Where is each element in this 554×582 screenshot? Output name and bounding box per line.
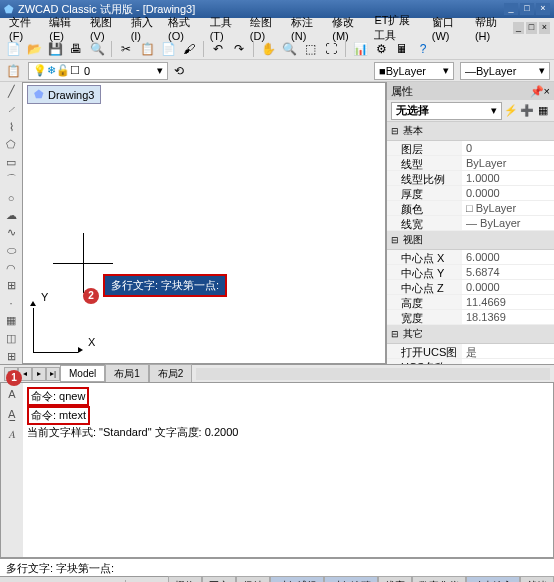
revcloud-icon[interactable]: ☁	[2, 207, 20, 223]
prop-group[interactable]: 其它	[387, 325, 554, 344]
prop-value[interactable]: 1.0000	[462, 171, 554, 185]
paste-icon[interactable]: 📄	[159, 40, 177, 58]
undo-icon[interactable]: ↶	[209, 40, 227, 58]
status-polar[interactable]: 极轴	[236, 576, 270, 583]
prop-row[interactable]: 高度11.4669	[387, 295, 554, 310]
xline-icon[interactable]: ⟋	[2, 102, 20, 118]
prop-row[interactable]: 打开UCS图标是	[387, 344, 554, 359]
spline-icon[interactable]: ∿	[2, 225, 20, 241]
command-input[interactable]: 多行文字: 字块第一点:	[0, 558, 554, 576]
status-osnap[interactable]: 对象捕捉	[270, 576, 324, 583]
status-grid[interactable]: 栅格	[168, 576, 202, 583]
tab-last-button[interactable]: ▸|	[46, 367, 60, 381]
prop-value[interactable]: 0	[462, 141, 554, 155]
layer-prev-icon[interactable]: ⟲	[170, 62, 188, 80]
prop-group[interactable]: 视图	[387, 231, 554, 250]
prop-row[interactable]: 厚度0.0000	[387, 186, 554, 201]
region-icon[interactable]: ◫	[2, 331, 20, 347]
prop-value[interactable]: 是	[462, 344, 554, 358]
ellipse-icon[interactable]: ⬭	[2, 243, 20, 259]
select-icon[interactable]: ▦	[536, 104, 550, 118]
status-tablet[interactable]: 数字化仪	[412, 576, 466, 583]
point-icon[interactable]: ·	[2, 296, 20, 312]
new-icon[interactable]: 📄	[4, 40, 22, 58]
table-icon[interactable]: ⊞	[2, 348, 20, 364]
prop-value[interactable]: 5.6874	[462, 265, 554, 279]
menu-help[interactable]: 帮助(H)	[470, 13, 509, 44]
prop-value[interactable]: 0.0000	[462, 186, 554, 200]
calc-icon[interactable]: 🖩	[393, 40, 411, 58]
polygon-icon[interactable]: ⬠	[2, 137, 20, 153]
prop-value[interactable]	[462, 359, 554, 364]
cut-icon[interactable]: ✂	[117, 40, 135, 58]
pickadd-icon[interactable]: ➕	[520, 104, 534, 118]
close-button[interactable]: ×	[536, 3, 550, 15]
prop-value[interactable]: — ByLayer	[462, 216, 554, 230]
maximize-button[interactable]: □	[520, 3, 534, 15]
prop-value[interactable]: ByLayer	[462, 156, 554, 170]
prop-row[interactable]: 图层0	[387, 141, 554, 156]
quickselect-icon[interactable]: ⚡	[504, 104, 518, 118]
prop-row[interactable]: UCS名称	[387, 359, 554, 364]
selection-combo[interactable]: 无选择▾	[391, 102, 502, 120]
status-lwt[interactable]: 线宽	[378, 576, 412, 583]
prop-row[interactable]: 中心点 X6.0000	[387, 250, 554, 265]
layer-select[interactable]: 💡❄🔓☐ 0 ▾	[28, 62, 168, 80]
redo-icon[interactable]: ↷	[230, 40, 248, 58]
pline-icon[interactable]: ⌇	[2, 119, 20, 135]
layer-prop-icon[interactable]: 📋	[4, 62, 22, 80]
prop-row[interactable]: 线型ByLayer	[387, 156, 554, 171]
tab-scrollbar[interactable]	[196, 368, 550, 380]
text-icon[interactable]: A	[3, 385, 21, 403]
tab-model[interactable]: Model	[60, 365, 105, 382]
help-icon[interactable]: ?	[414, 40, 432, 58]
color-select[interactable]: ■ByLayer▾	[374, 62, 454, 80]
copy-icon[interactable]: 📋	[138, 40, 156, 58]
props-pin-icon[interactable]: 📌	[530, 85, 544, 97]
prop-value[interactable]: 18.1369	[462, 310, 554, 324]
doc-tab[interactable]: ⬟ Drawing3	[27, 85, 101, 104]
status-ready[interactable]: 就绪	[520, 576, 554, 583]
open-icon[interactable]: 📂	[25, 40, 43, 58]
prop-value[interactable]: 0.0000	[462, 280, 554, 294]
block-icon[interactable]: ⊞	[2, 278, 20, 294]
line-icon[interactable]: ╱	[2, 84, 20, 100]
arc-icon[interactable]: ⌒	[2, 172, 20, 188]
style-icon[interactable]: 𝐴	[3, 425, 21, 443]
zoomwin-icon[interactable]: ⬚	[301, 40, 319, 58]
prop-row[interactable]: 颜色□ ByLayer	[387, 201, 554, 216]
circle-icon[interactable]: ○	[2, 190, 20, 206]
status-dyn[interactable]: 动态输入	[466, 576, 520, 583]
lineweight-select[interactable]: —ByLayer▾	[460, 62, 550, 80]
drawing-canvas[interactable]: ⬟ Drawing3 多行文字: 字块第一点: 2 Y X	[22, 82, 386, 364]
prop-value[interactable]: 11.4669	[462, 295, 554, 309]
pan-icon[interactable]: ✋	[259, 40, 277, 58]
prop-row[interactable]: 宽度18.1369	[387, 310, 554, 325]
props-icon[interactable]: 📊	[351, 40, 369, 58]
save-icon[interactable]: 💾	[46, 40, 64, 58]
tab-next-button[interactable]: ▸	[32, 367, 46, 381]
prop-row[interactable]: 线型比例1.0000	[387, 171, 554, 186]
props-close-icon[interactable]: ×	[544, 85, 550, 97]
zoom-icon[interactable]: 🔍	[280, 40, 298, 58]
prop-value[interactable]: □ ByLayer	[462, 201, 554, 215]
print-icon[interactable]: 🖶	[67, 40, 85, 58]
doc-close-button[interactable]: ×	[539, 22, 550, 34]
prop-row[interactable]: 中心点 Z0.0000	[387, 280, 554, 295]
prop-row[interactable]: 线宽— ByLayer	[387, 216, 554, 231]
rect-icon[interactable]: ▭	[2, 155, 20, 171]
prop-group[interactable]: 基本	[387, 122, 554, 141]
doc-min-button[interactable]: _	[513, 22, 524, 34]
ellipsearc-icon[interactable]: ◠	[2, 260, 20, 276]
prop-row[interactable]: 中心点 Y5.6874	[387, 265, 554, 280]
prop-value[interactable]: 6.0000	[462, 250, 554, 264]
doc-max-button[interactable]: □	[526, 22, 537, 34]
status-ortho[interactable]: 正交	[202, 576, 236, 583]
preview-icon[interactable]: 🔍	[88, 40, 106, 58]
tab-layout2[interactable]: 布局2	[149, 364, 193, 384]
design-icon[interactable]: ⚙	[372, 40, 390, 58]
tab-layout1[interactable]: 布局1	[105, 364, 149, 384]
menu-window[interactable]: 窗口(W)	[427, 13, 468, 44]
mtext-icon[interactable]: A̲	[3, 405, 21, 423]
zoomext-icon[interactable]: ⛶	[322, 40, 340, 58]
